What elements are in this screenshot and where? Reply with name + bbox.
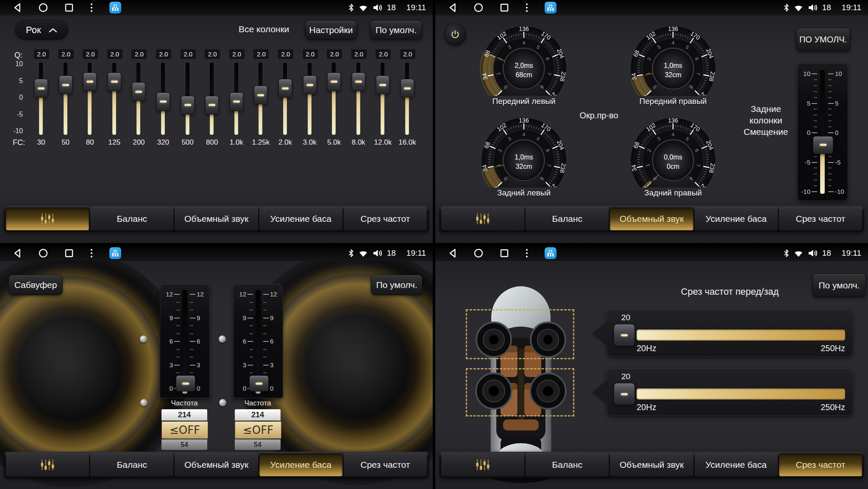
- tab-balance[interactable]: Баланс: [526, 453, 609, 476]
- eq-band-slider-500[interactable]: [181, 62, 194, 137]
- eq-band-slider-8.0k[interactable]: [352, 62, 365, 137]
- tab-equalizer[interactable]: [6, 207, 89, 230]
- back-icon[interactable]: [448, 248, 457, 258]
- eq-band-slider-2.0k[interactable]: [279, 62, 292, 137]
- equalizer-app-icon[interactable]: [109, 2, 121, 14]
- q-value-3.0k[interactable]: 2.0: [302, 49, 318, 59]
- home-icon[interactable]: [38, 248, 48, 258]
- q-value-50[interactable]: 2.0: [58, 49, 74, 59]
- q-value-800[interactable]: 2.0: [204, 49, 220, 59]
- tab-equalizer[interactable]: [6, 453, 89, 476]
- q-value-2.0k[interactable]: 2.0: [278, 49, 294, 59]
- settings-button[interactable]: Настройки: [305, 20, 357, 39]
- eq-band-slider-80[interactable]: [83, 62, 96, 137]
- delay-dial-3[interactable]: 034681021361702042382720123456781,0ms32c…: [475, 118, 573, 202]
- slider-knob[interactable]: [132, 82, 145, 101]
- slider-knob[interactable]: [376, 75, 389, 94]
- eq-band-slider-800[interactable]: [206, 62, 218, 137]
- tab-bass-boost[interactable]: Усиление баса: [695, 453, 778, 476]
- slider-knob[interactable]: [303, 75, 317, 94]
- q-value-1.0k[interactable]: 2.0: [229, 49, 245, 59]
- q-value-320[interactable]: 2.0: [156, 49, 172, 59]
- slider-knob[interactable]: [181, 96, 195, 115]
- back-icon[interactable]: [13, 3, 22, 13]
- default-button[interactable]: По умолч.: [812, 274, 866, 297]
- eq-band-slider-3.0k[interactable]: [303, 62, 316, 137]
- eq-band-slider-320[interactable]: [157, 62, 170, 137]
- menu-icon[interactable]: [525, 3, 529, 13]
- preset-dropdown[interactable]: Рок: [15, 20, 68, 39]
- eq-band-slider-30[interactable]: [35, 62, 47, 137]
- q-value-8.0k[interactable]: 2.0: [351, 49, 367, 59]
- tab-crossover[interactable]: Срез частот: [344, 207, 427, 230]
- slider-knob[interactable]: [230, 92, 243, 111]
- bass-slider[interactable]: 121299663300: [160, 284, 210, 398]
- crossover-slider-front[interactable]: 2020Hz250Hz: [606, 309, 853, 357]
- picker-option-below[interactable]: 54: [235, 439, 281, 450]
- q-value-1.25k[interactable]: 2.0: [253, 49, 269, 59]
- eq-band-slider-200[interactable]: [132, 62, 145, 137]
- tab-surround[interactable]: Объемный звук: [610, 207, 693, 230]
- slider-knob[interactable]: [108, 73, 121, 91]
- back-icon[interactable]: [448, 3, 457, 13]
- slider-knob[interactable]: [34, 79, 48, 98]
- picker-selected-off[interactable]: ≤OFF: [235, 422, 281, 439]
- default-button[interactable]: ПО УМОЛЧ.: [796, 28, 850, 51]
- eq-band-slider-5.0k[interactable]: [328, 62, 340, 137]
- tab-balance[interactable]: Баланс: [526, 207, 609, 230]
- default-button[interactable]: По умолч.: [371, 275, 423, 295]
- eq-band-slider-1.25k[interactable]: [254, 62, 267, 137]
- recents-icon[interactable]: [500, 3, 509, 12]
- crossover-knob[interactable]: [614, 383, 635, 405]
- picker-option-above[interactable]: 214: [161, 409, 207, 421]
- crossover-knob[interactable]: [614, 324, 635, 346]
- tab-bass-boost[interactable]: Усиление баса: [259, 207, 342, 230]
- slider-knob[interactable]: [401, 79, 414, 98]
- picker-option-above[interactable]: 214: [235, 409, 281, 421]
- bass-knob[interactable]: [176, 375, 195, 391]
- eq-band-slider-16.0k[interactable]: [401, 62, 414, 137]
- tab-crossover[interactable]: Срез частот: [779, 207, 862, 230]
- power-button[interactable]: [445, 24, 466, 45]
- crossover-track[interactable]: [637, 388, 845, 400]
- home-icon[interactable]: [473, 248, 484, 258]
- slider-knob[interactable]: [205, 96, 219, 115]
- tab-crossover[interactable]: Срез частот: [779, 453, 862, 476]
- bass-slider[interactable]: 121299663300: [233, 284, 283, 398]
- picker-option-below[interactable]: 54: [161, 439, 207, 450]
- tab-bass-boost[interactable]: Усиление баса: [259, 453, 342, 476]
- slider-knob[interactable]: [156, 92, 170, 111]
- tab-balance[interactable]: Баланс: [90, 207, 173, 230]
- rear-offset-slider[interactable]: 10105500-5-5-10-10: [797, 63, 848, 201]
- recents-icon[interactable]: [64, 3, 74, 12]
- q-value-125[interactable]: 2.0: [107, 49, 123, 59]
- delay-dial-1[interactable]: 034681021361702042382720123456782,0ms68c…: [475, 26, 573, 110]
- subwoofer-button[interactable]: Сабвуфер: [8, 275, 63, 295]
- tab-equalizer[interactable]: [441, 207, 524, 230]
- menu-icon[interactable]: [90, 248, 93, 258]
- delay-dial-4[interactable]: 034681021361702042382720123456780,0ms0cm…: [624, 118, 722, 202]
- equalizer-app-icon[interactable]: [545, 247, 556, 259]
- back-icon[interactable]: [13, 248, 22, 258]
- q-value-5.0k[interactable]: 2.0: [326, 49, 342, 59]
- delay-dial-2[interactable]: 034681021361702042382720123456781,0ms32c…: [624, 26, 722, 110]
- equalizer-app-icon[interactable]: [109, 247, 121, 259]
- q-value-30[interactable]: 2.0: [33, 49, 50, 59]
- q-value-200[interactable]: 2.0: [131, 49, 147, 59]
- menu-icon[interactable]: [525, 248, 529, 258]
- recents-icon[interactable]: [500, 249, 509, 258]
- eq-band-slider-125[interactable]: [108, 62, 121, 137]
- tab-bass-boost[interactable]: Усиление баса: [695, 207, 778, 230]
- bass-slider-panel-1[interactable]: 121299663300Частота214≤OFF54: [160, 284, 209, 452]
- slider-knob[interactable]: [83, 73, 97, 91]
- home-icon[interactable]: [473, 3, 484, 13]
- crossover-slider-rear[interactable]: 2020Hz250Hz: [606, 368, 853, 416]
- eq-band-slider-50[interactable]: [59, 62, 72, 137]
- tab-surround[interactable]: Объемный звук: [610, 453, 693, 476]
- slider-knob[interactable]: [278, 79, 292, 98]
- default-button[interactable]: По умолч.: [370, 20, 422, 39]
- bass-slider-panel-2[interactable]: 121299663300Частота214≤OFF54: [233, 284, 282, 452]
- tab-surround[interactable]: Объемный звук: [175, 453, 258, 476]
- bass-knob[interactable]: [249, 375, 269, 391]
- q-value-500[interactable]: 2.0: [180, 49, 196, 59]
